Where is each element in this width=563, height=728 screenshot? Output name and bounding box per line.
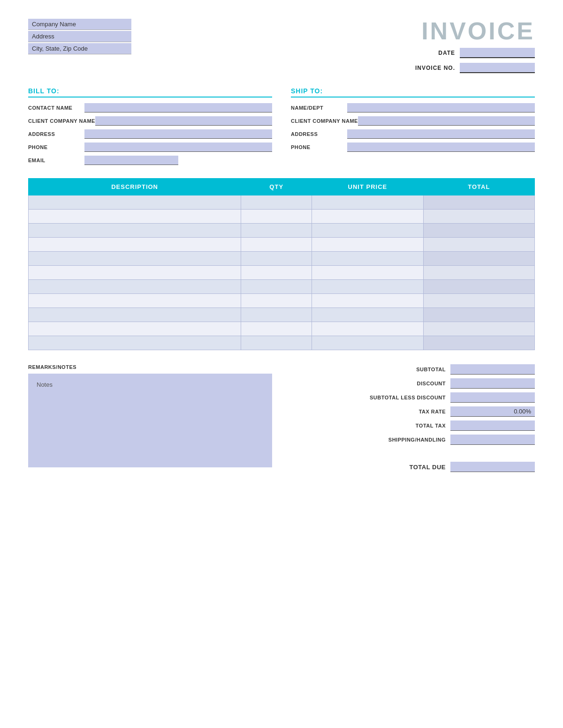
shipping-field[interactable] [450, 435, 535, 445]
col-total: TOTAL [423, 179, 534, 195]
spacer [291, 449, 535, 458]
bill-phone-row: PHONE [28, 143, 272, 152]
total-tax-field[interactable] [450, 420, 535, 431]
total-due-row: TOTAL DUE [291, 462, 535, 472]
row5-qty[interactable] [241, 252, 312, 266]
row11-qty[interactable] [241, 336, 312, 350]
row11-total[interactable] [423, 336, 534, 350]
row7-unit-price[interactable] [312, 280, 423, 294]
bill-ship-section: BILL TO: CONTACT NAME CLIENT COMPANY NAM… [28, 87, 535, 169]
row1-unit-price[interactable] [312, 195, 423, 210]
row2-total[interactable] [423, 210, 534, 224]
tax-rate-label: TAX RATE [352, 409, 446, 414]
row5-total[interactable] [423, 252, 534, 266]
ship-address-field[interactable] [347, 129, 535, 139]
row3-unit-price[interactable] [312, 224, 423, 238]
row1-qty[interactable] [241, 195, 312, 210]
total-due-field[interactable] [450, 462, 535, 472]
notes-area[interactable]: Notes [28, 374, 272, 467]
row8-unit-price[interactable] [312, 294, 423, 308]
ship-company-label: CLIENT COMPANY NAME [291, 118, 358, 124]
row7-total[interactable] [423, 280, 534, 294]
row1-total[interactable] [423, 195, 534, 210]
row8-desc[interactable] [29, 294, 241, 308]
tax-rate-field[interactable]: 0.00% [450, 406, 535, 417]
bill-email-field[interactable] [84, 156, 178, 165]
row3-total[interactable] [423, 224, 534, 238]
ship-company-field[interactable] [358, 116, 535, 126]
invoice-header: Company Name Address City, State, Zip Co… [28, 19, 535, 73]
total-tax-label: TOTAL TAX [352, 423, 446, 428]
table-row [29, 294, 535, 308]
ship-address-label: ADDRESS [291, 131, 347, 137]
row10-qty[interactable] [241, 322, 312, 336]
row9-total[interactable] [423, 308, 534, 322]
row1-desc[interactable] [29, 195, 241, 210]
row8-total[interactable] [423, 294, 534, 308]
row8-qty[interactable] [241, 294, 312, 308]
row7-qty[interactable] [241, 280, 312, 294]
bill-to-title: BILL TO: [28, 87, 272, 98]
row10-desc[interactable] [29, 322, 241, 336]
row6-qty[interactable] [241, 266, 312, 280]
table-row [29, 195, 535, 210]
subtotal-field[interactable] [450, 364, 535, 375]
row2-desc[interactable] [29, 210, 241, 224]
date-invoice-block: DATE INVOICE NO. [415, 48, 535, 73]
row3-desc[interactable] [29, 224, 241, 238]
ship-company-row: CLIENT COMPANY NAME [291, 116, 535, 126]
invoice-no-field[interactable] [460, 63, 535, 73]
company-city-field[interactable]: City, State, Zip Code [28, 43, 131, 54]
row4-qty[interactable] [241, 238, 312, 252]
bill-contact-label: CONTACT NAME [28, 105, 84, 111]
row11-desc[interactable] [29, 336, 241, 350]
row9-qty[interactable] [241, 308, 312, 322]
bill-address-row: ADDRESS [28, 129, 272, 139]
ship-name-field[interactable] [347, 103, 535, 113]
bill-company-field[interactable] [95, 116, 272, 126]
row4-desc[interactable] [29, 238, 241, 252]
shipping-row: SHIPPING/HANDLING [291, 435, 535, 445]
company-name-field[interactable]: Company Name [28, 19, 131, 30]
table-row [29, 266, 535, 280]
row4-unit-price[interactable] [312, 238, 423, 252]
invoice-no-label: INVOICE NO. [415, 65, 455, 71]
company-block: Company Name Address City, State, Zip Co… [28, 19, 131, 54]
bill-address-field[interactable] [84, 129, 272, 139]
ship-address-row: ADDRESS [291, 129, 535, 139]
table-row [29, 252, 535, 266]
total-tax-row: TOTAL TAX [291, 420, 535, 431]
ship-phone-field[interactable] [347, 143, 535, 152]
row9-desc[interactable] [29, 308, 241, 322]
date-label: DATE [438, 50, 455, 56]
table-row [29, 280, 535, 294]
bill-to-block: BILL TO: CONTACT NAME CLIENT COMPANY NAM… [28, 87, 272, 169]
row10-unit-price[interactable] [312, 322, 423, 336]
row7-desc[interactable] [29, 280, 241, 294]
bill-company-label: CLIENT COMPANY NAME [28, 118, 95, 124]
discount-field[interactable] [450, 378, 535, 389]
ship-phone-row: PHONE [291, 143, 535, 152]
bill-contact-field[interactable] [84, 103, 272, 113]
discount-label: DISCOUNT [352, 381, 446, 386]
ship-phone-label: PHONE [291, 144, 347, 150]
row6-total[interactable] [423, 266, 534, 280]
row2-qty[interactable] [241, 210, 312, 224]
date-field[interactable] [460, 48, 535, 58]
row5-unit-price[interactable] [312, 252, 423, 266]
col-description: DESCRIPTION [29, 179, 241, 195]
ship-name-label: NAME/DEPT [291, 105, 347, 111]
subtotal-less-field[interactable] [450, 392, 535, 403]
row5-desc[interactable] [29, 252, 241, 266]
row3-qty[interactable] [241, 224, 312, 238]
row6-unit-price[interactable] [312, 266, 423, 280]
company-address-field[interactable]: Address [28, 31, 131, 42]
row2-unit-price[interactable] [312, 210, 423, 224]
row11-unit-price[interactable] [312, 336, 423, 350]
subtotal-row: SUBTOTAL [291, 364, 535, 375]
bill-phone-field[interactable] [84, 143, 272, 152]
row4-total[interactable] [423, 238, 534, 252]
row6-desc[interactable] [29, 266, 241, 280]
row10-total[interactable] [423, 322, 534, 336]
row9-unit-price[interactable] [312, 308, 423, 322]
